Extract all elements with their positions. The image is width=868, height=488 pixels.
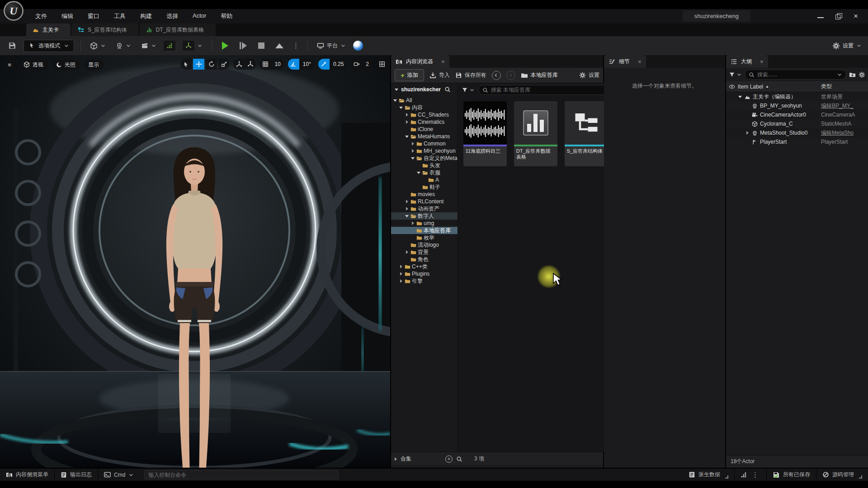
play-options-menu[interactable]: ⋮ [291, 42, 301, 50]
menu-item-选择[interactable]: 选择 [160, 10, 184, 23]
menu-item-帮助[interactable]: 帮助 [214, 10, 239, 23]
tree-item-Plugins[interactable]: Plugins [391, 270, 458, 277]
outliner-row-CineCameraActor0[interactable]: CineCameraActor0CineCameraA [726, 110, 868, 119]
camera-speed-button[interactable] [351, 59, 362, 70]
cmd-dropdown[interactable]: Cmd [98, 469, 140, 481]
tree-item-内容[interactable]: 内容 [391, 104, 458, 111]
outliner-row-BP_MY_seohyun[interactable]: BP_MY_seohyun编辑BP_MY_ [726, 101, 868, 110]
import-button[interactable]: 导入 [429, 71, 450, 79]
close-button[interactable]: × [854, 13, 860, 19]
asset-tile-S_应答库结构体[interactable]: S_应答库结构体 [565, 101, 608, 166]
actor-type-link[interactable]: 编辑MetaSho [821, 129, 868, 137]
add-folder-icon[interactable] [849, 71, 856, 78]
angle-snap-value[interactable]: 10° [299, 59, 315, 70]
source-control-button[interactable]: 源码管理 [816, 469, 868, 481]
tree-item-movies[interactable]: movies [391, 191, 458, 198]
expand-icon[interactable] [410, 221, 415, 225]
grid-snap-value[interactable]: 10 [271, 59, 284, 70]
details-tab[interactable]: 细节 × [604, 55, 646, 68]
collapse-icon[interactable] [405, 215, 409, 217]
tree-item-角色[interactable]: 角色 [391, 256, 458, 263]
play-button[interactable] [218, 40, 232, 52]
blueprints-dropdown[interactable] [113, 40, 134, 51]
content-browser-tab[interactable]: 内容浏览器 × [391, 55, 449, 68]
expand-icon[interactable] [745, 131, 750, 135]
tree-item-流动logo[interactable]: 流动logo [391, 241, 458, 249]
derived-data-button[interactable]: 派生数据 [683, 469, 735, 481]
show-dropdown[interactable]: 显示 [84, 59, 104, 70]
outliner-row-PlayerStart[interactable]: PlayerStartPlayerStart [726, 137, 868, 146]
menu-item-Actor[interactable]: Actor [186, 10, 212, 23]
expand-icon[interactable] [405, 207, 409, 211]
actor-type-link[interactable]: 编辑BP_MY_ [821, 102, 868, 110]
tree-item-衣服[interactable]: 衣服 [391, 169, 458, 176]
maximize-viewport-button[interactable] [376, 59, 387, 70]
collapse-icon[interactable] [410, 157, 415, 160]
angle-snap-toggle[interactable] [288, 59, 299, 70]
more-options-menu[interactable]: ⋮ [750, 471, 760, 479]
expand-icon[interactable] [410, 149, 415, 153]
tree-item-MH_seohyun[interactable]: MH_seohyun [391, 147, 458, 155]
tree-item-CC_Shaders[interactable]: CC_Shaders [391, 111, 458, 118]
expand-icon[interactable] [399, 272, 403, 276]
sources-root-row[interactable]: shuzirenkecher [391, 83, 458, 96]
content-drawer-button[interactable]: 内容侧滑菜单 [0, 469, 55, 481]
close-icon[interactable]: × [760, 58, 764, 65]
output-log-button[interactable]: 输出日志 [55, 469, 98, 481]
asset-search-field[interactable] [491, 87, 606, 93]
expand-icon[interactable] [399, 265, 403, 268]
tree-item-Cinematics[interactable]: Cinematics [391, 118, 458, 126]
outliner-settings-icon[interactable] [859, 71, 865, 78]
menu-item-文件[interactable]: 文件 [29, 10, 53, 23]
tree-item-A[interactable]: A [391, 176, 458, 183]
viewport-options-menu[interactable]: ≡ [4, 59, 15, 70]
tree-item-本地应答库[interactable]: 本地应答库 [391, 227, 458, 234]
expand-icon[interactable] [405, 250, 409, 254]
tree-item-鞋子[interactable]: 鞋子 [391, 183, 458, 191]
tree-item-动画资产[interactable]: 动画资产 [391, 205, 458, 212]
snap-vertex-toggle[interactable] [245, 59, 256, 70]
add-collection-icon[interactable]: + [445, 455, 453, 463]
tree-item-MetaHumans[interactable]: MetaHumans [391, 133, 458, 140]
tree-item-枚举[interactable]: 枚举 [391, 234, 458, 241]
breadcrumb[interactable]: 本地应答库 [521, 71, 558, 79]
launch-globe-icon[interactable] [353, 41, 363, 51]
collapse-icon[interactable] [399, 107, 403, 109]
plugin-button-2[interactable] [180, 39, 205, 52]
restore-button[interactable] [835, 13, 842, 19]
content-browser-assets[interactable]: 11海底捞科目三DT_应答库数据表格S_应答库结构体 [458, 83, 613, 452]
collapse-icon[interactable] [405, 136, 409, 138]
close-icon[interactable]: × [638, 58, 642, 65]
tree-item-umg[interactable]: umg [391, 220, 458, 227]
expand-icon[interactable] [405, 200, 409, 203]
console-command-input[interactable] [144, 470, 339, 479]
collapse-icon[interactable] [393, 99, 397, 102]
eject-button[interactable] [273, 40, 286, 52]
world-space-toggle[interactable] [233, 59, 245, 70]
outliner-search-field[interactable] [757, 71, 834, 78]
console-command-field[interactable] [148, 472, 335, 478]
save-level-button[interactable] [5, 40, 19, 52]
view-mode-dropdown[interactable]: 光照 [52, 59, 80, 70]
camera-speed-value[interactable]: 2 [362, 59, 373, 70]
tree-item-iClone[interactable]: iClone [391, 126, 458, 133]
cinematics-dropdown[interactable] [138, 40, 159, 51]
item-label-column[interactable]: Item Label ▲ [738, 84, 821, 90]
move-tool-button[interactable] [193, 59, 204, 70]
outliner-tab[interactable]: 大纲 × [726, 55, 768, 68]
plugin-button-1[interactable] [164, 41, 175, 51]
asset-tile-DT_应答库数据表格[interactable]: DT_应答库数据表格 [514, 101, 557, 166]
close-icon[interactable]: × [441, 58, 445, 65]
grid-snap-toggle[interactable] [259, 59, 271, 70]
outliner-row-主关卡（编辑器）[interactable]: 主关卡（编辑器）世界场景 [726, 92, 868, 101]
tree-item-All[interactable]: All [391, 97, 458, 104]
expand-icon[interactable] [410, 142, 415, 145]
doc-tab-DT_应答库数据表格[interactable]: DT_应答库数据表格 [140, 23, 216, 36]
platform-dropdown[interactable]: 平台 [314, 40, 349, 52]
frame-skip-button[interactable] [236, 40, 250, 52]
rotate-tool-button[interactable] [206, 59, 217, 70]
save-all-button[interactable]: 保存所有 [455, 71, 486, 79]
doc-tab-S_应答库结构体[interactable]: S_应答库结构体 [71, 23, 139, 36]
back-button[interactable] [492, 71, 501, 80]
perspective-dropdown[interactable]: 透视 [19, 59, 48, 70]
